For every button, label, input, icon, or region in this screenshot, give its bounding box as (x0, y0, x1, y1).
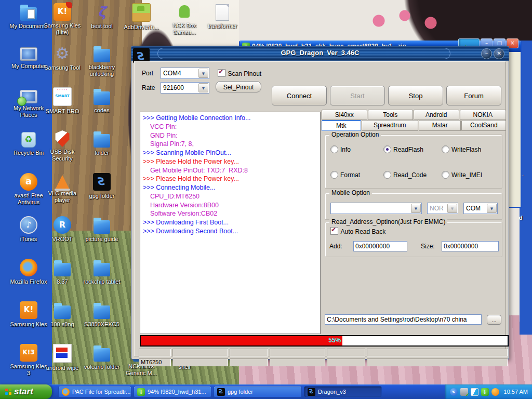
progress-fill: 55% (141, 336, 342, 345)
forum-button[interactable]: Forum (446, 86, 501, 105)
scan-pinout-checkbox[interactable]: Scan Pinout (218, 69, 261, 78)
connect-button[interactable]: Connect (272, 86, 327, 105)
task-idm-download[interactable]: 94% I9820_hwd_h31... (134, 386, 211, 397)
auto-read-back-checkbox[interactable]: Auto Read Back (330, 227, 385, 236)
add-label: Add: (329, 243, 353, 250)
checkbox-checked-icon[interactable] (218, 69, 225, 77)
desktop-icon[interactable]: transformer (203, 3, 242, 30)
gpg-titlebar[interactable]: GPG_Dragon Ver_3.46C – × (131, 46, 509, 61)
mobile-model-select[interactable] (330, 203, 422, 214)
chevron-down-icon[interactable] (447, 204, 457, 213)
desktop-icon[interactable]: volcano folder (82, 344, 122, 371)
desktop-icon-label: Samsung Kies (Lite) (43, 22, 82, 36)
computer-icon (20, 47, 37, 61)
rate-select[interactable]: 921600 (161, 82, 209, 94)
tab-coolsand[interactable]: CoolSand (461, 120, 506, 131)
status-bar-top (139, 349, 508, 357)
tab-mtk[interactable]: Mtk (322, 120, 361, 131)
task-dragon-v3[interactable]: Dragon_v3 (304, 386, 382, 397)
radio-icon[interactable] (330, 171, 338, 179)
checkbox-checked-icon[interactable] (330, 227, 338, 235)
desktop-icon[interactable]: SMART BRO (43, 87, 82, 115)
radio-icon[interactable] (330, 145, 338, 153)
radio-icon[interactable] (383, 171, 391, 179)
desktop-icon[interactable]: folder (82, 130, 122, 157)
vlc-icon (56, 175, 69, 189)
port-label: Port (142, 70, 153, 77)
android-wipe-icon (53, 344, 72, 363)
set-pinout-button[interactable]: Set_Pinout (216, 81, 261, 92)
size-field[interactable] (442, 241, 499, 251)
browse-button[interactable]: ... (487, 315, 501, 325)
desktop-icon[interactable]: S3850XEKC5 (82, 301, 122, 328)
tab-si40xx[interactable]: Si40xx (322, 110, 367, 120)
usb-tray-icon[interactable] (460, 388, 468, 396)
desktop-icon-label: USB Disk Security (43, 149, 82, 162)
desktop-icon[interactable]: rockchip tablet (82, 259, 122, 286)
radio-format[interactable]: Format (330, 171, 383, 179)
minimize-button[interactable]: – (481, 48, 492, 59)
radio-write-imei[interactable]: Write_IMEI (442, 171, 502, 179)
desktop-icon[interactable]: VROOT (43, 216, 82, 243)
tab-android[interactable]: Android (414, 110, 459, 120)
task-gpg-folder[interactable]: gpg folder (214, 386, 302, 397)
stop-button[interactable]: Stop (388, 86, 443, 105)
desktop-icon-label: My Documents (9, 23, 47, 30)
add-field[interactable] (353, 241, 407, 251)
desktop-icon-label: VLC media player (43, 190, 82, 204)
tfirefox-icon (62, 388, 70, 396)
network-tray-icon[interactable] (471, 388, 478, 396)
status-segment: MT6250 (139, 358, 171, 366)
task-pac-file[interactable]: PAC File for Spreadtr... (58, 386, 131, 397)
tab-tools[interactable]: Tools (368, 110, 414, 120)
folder-docs-icon (20, 7, 37, 21)
adb-driver-icon (132, 3, 151, 22)
radio-icon[interactable] (442, 145, 449, 153)
interface-select[interactable]: COM (463, 203, 498, 214)
file-path-field[interactable] (325, 314, 482, 325)
log-output[interactable]: >>> Getting Mobile Connection Info... VC… (140, 112, 321, 334)
chevron-down-icon[interactable] (198, 69, 208, 78)
port-select[interactable]: COM4 (161, 68, 209, 79)
chevron-down-icon[interactable] (487, 204, 497, 213)
best-tool-icon (93, 3, 111, 21)
desktop-icon[interactable]: blackberry unlocking (82, 45, 122, 78)
desktop-icon[interactable]: Samsung Kies (Lite) (43, 3, 82, 36)
itunes-icon (20, 216, 37, 234)
desktop-icon[interactable]: codes (82, 87, 122, 114)
antivirus-tray-icon[interactable] (491, 388, 499, 396)
radio-info[interactable]: Info (330, 145, 383, 153)
hide-icons-button[interactable] (450, 388, 458, 396)
radio-readflash[interactable]: ReadFlash (383, 145, 442, 153)
desktop-icon[interactable]: USB Disk Security (43, 130, 82, 163)
close-button[interactable]: × (494, 48, 504, 59)
memory-type-select[interactable]: NOR (427, 203, 458, 214)
radio-icon[interactable] (383, 145, 391, 153)
chevron-down-icon[interactable] (198, 83, 208, 92)
start-button[interactable]: start (0, 384, 52, 399)
tab-spreadtrum[interactable]: Spreadtrum (362, 120, 418, 131)
desktop-icon[interactable]: AdbDriverIn... (122, 3, 161, 31)
desktop-icon[interactable]: VLC media player (43, 173, 82, 204)
desktop-icon[interactable]: 8.37 (43, 259, 82, 286)
desktop-icon[interactable]: 100 s0ng (43, 301, 82, 328)
log-line: GND Pin: (143, 131, 317, 140)
desktop-icon-label: 100 s0ng (50, 321, 74, 328)
desktop-icon[interactable]: best tool (82, 3, 122, 30)
desktop-icon[interactable]: gpg folder (82, 173, 122, 200)
desktop-icon-label: android wipe (46, 365, 78, 371)
desktop-icon[interactable]: android wipe (43, 344, 82, 372)
read-address-group: Read_Address_Optinon(Just For EMMC) Auto… (325, 222, 502, 257)
radio-read-code[interactable]: Read_Code (383, 171, 442, 179)
idm-tray-icon[interactable] (481, 388, 489, 396)
desktop-icon[interactable]: picture guide (82, 216, 122, 243)
desktop-icon[interactable]: Samsung Tool (43, 45, 82, 72)
tab-mstar[interactable]: Mstar (419, 120, 461, 131)
desktop-icon[interactable]: NCK Box Samsu... (165, 3, 204, 36)
start-button[interactable]: Start (330, 86, 385, 105)
gpg-window-title: GPG_Dragon Ver_3.46C (131, 49, 509, 57)
chevron-down-icon[interactable] (411, 204, 421, 213)
tab-nokia[interactable]: NOKIA (460, 110, 506, 120)
radio-icon[interactable] (442, 171, 449, 179)
radio-writeflash[interactable]: WriteFlash (442, 145, 502, 153)
